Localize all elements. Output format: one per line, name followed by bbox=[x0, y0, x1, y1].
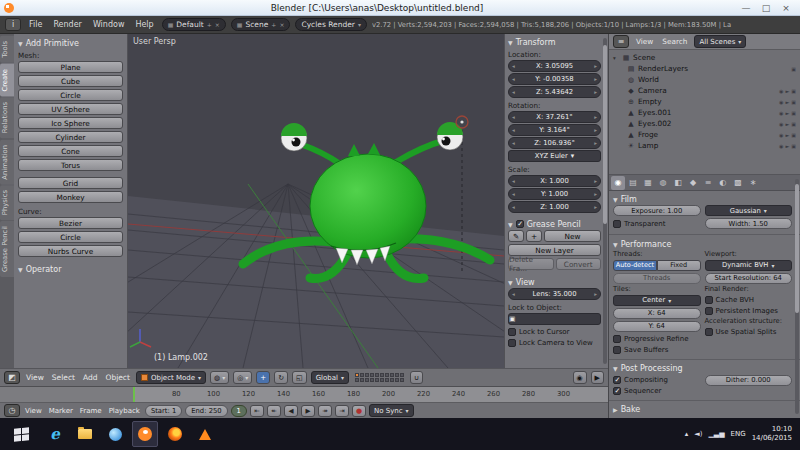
transform-orientation-select[interactable]: Global ▾ bbox=[311, 371, 349, 384]
panel-header-operator[interactable]: ▼ Operator bbox=[18, 263, 123, 275]
rotation-y-field[interactable]: ◂Y: 3.164°▸ bbox=[508, 124, 601, 136]
frame-end-field[interactable]: End: 250 bbox=[185, 405, 227, 417]
spatial-splits-checkbox[interactable]: Use Spatial Splits bbox=[705, 326, 793, 337]
visibility-eye-icon[interactable]: ◉ bbox=[779, 110, 783, 116]
increment-icon[interactable]: ▸ bbox=[594, 178, 597, 184]
editor-type-timeline-icon[interactable]: ◷ bbox=[4, 404, 20, 417]
start-resolution-field[interactable]: Start Resolution: 64 bbox=[705, 273, 793, 284]
rotation-mode-select[interactable]: XYZ Euler▾ bbox=[508, 150, 601, 162]
outliner-filter-select[interactable]: All Scenes ▾ bbox=[694, 35, 746, 48]
play-reverse-button[interactable]: ◀ bbox=[284, 405, 298, 417]
menu-window[interactable]: Window bbox=[90, 19, 128, 30]
tile-order-select[interactable]: Center▾ bbox=[613, 295, 701, 306]
timeline-menu-playback[interactable]: Playback bbox=[107, 407, 142, 415]
render-icon[interactable]: ▣ bbox=[791, 66, 796, 72]
transparent-checkbox[interactable]: Transparent bbox=[613, 218, 701, 229]
add-bezier-button[interactable]: Bezier bbox=[18, 217, 123, 229]
increment-icon[interactable]: ▸ bbox=[594, 63, 597, 69]
render-visibility-icon[interactable]: ▣ bbox=[791, 121, 796, 127]
tile-x-field[interactable]: X: 64 bbox=[613, 308, 701, 319]
tab-world[interactable]: ◍ bbox=[656, 176, 670, 190]
viewport-shading-select[interactable]: ◍▾ bbox=[210, 371, 229, 384]
selectability-icon[interactable]: ► bbox=[785, 88, 789, 94]
increment-icon[interactable]: ▸ bbox=[594, 191, 597, 197]
add-torus-button[interactable]: Torus bbox=[18, 159, 123, 171]
panel-header-add-primitive[interactable]: ▼ Add Primitive bbox=[18, 37, 123, 49]
add-ico-sphere-button[interactable]: Ico Sphere bbox=[18, 117, 123, 129]
viewport-bvh-select[interactable]: Dynamic BVH▾ bbox=[705, 260, 793, 271]
timeline-ruler[interactable]: 80 100 120 140 160 180 200 220 240 260 2… bbox=[0, 387, 608, 403]
outliner-row-eyes-002[interactable]: ▲ Eyes.002 ◉►▣ bbox=[613, 118, 796, 129]
increment-icon[interactable]: ▸ bbox=[594, 114, 597, 120]
outliner-row-empty[interactable]: ⊕ Empty ◉►▣ bbox=[613, 96, 796, 107]
selectability-icon[interactable]: ► bbox=[785, 132, 789, 138]
snap-magnet-button[interactable]: ∪ bbox=[410, 371, 423, 384]
increment-icon[interactable]: ▸ bbox=[594, 204, 597, 210]
selectability-icon[interactable]: ► bbox=[785, 143, 789, 149]
viewport-canvas[interactable] bbox=[128, 34, 504, 368]
screen-layout-select[interactable]: ▦ Default + × bbox=[162, 18, 226, 31]
add-plane-button[interactable]: Plane bbox=[18, 61, 123, 73]
increment-icon[interactable]: ▸ bbox=[594, 76, 597, 82]
scale-z-field[interactable]: ◂Z: 1.000▸ bbox=[508, 201, 601, 213]
render-visibility-icon[interactable]: ▣ bbox=[791, 99, 796, 105]
media-player-icon[interactable] bbox=[102, 421, 128, 447]
outliner-menu-search[interactable]: Search bbox=[660, 37, 689, 46]
maximize-button[interactable]: □ bbox=[756, 3, 776, 13]
location-y-field[interactable]: ◂Y: -0.00358▸ bbox=[508, 73, 601, 85]
tab-grease-pencil[interactable]: Grease Pencil bbox=[0, 221, 14, 277]
show-hidden-icons-icon[interactable]: ▴ bbox=[685, 430, 689, 438]
panel-header-view[interactable]: ▼ View bbox=[508, 276, 601, 288]
tab-relations[interactable]: Relations bbox=[0, 97, 14, 138]
tab-create[interactable]: Create bbox=[0, 64, 14, 97]
selectability-icon[interactable]: ► bbox=[785, 121, 789, 127]
scene-select[interactable]: ▦ Scene + × bbox=[231, 18, 291, 31]
convert-button[interactable]: Convert bbox=[556, 258, 602, 270]
add-scene-icon[interactable]: + bbox=[271, 21, 276, 28]
minimize-button[interactable]: — bbox=[736, 3, 756, 13]
menu-render[interactable]: Render bbox=[50, 19, 84, 30]
editor-type-3dview-icon[interactable]: ◩ bbox=[4, 371, 20, 384]
scale-x-field[interactable]: ◂X: 1.000▸ bbox=[508, 175, 601, 187]
manipulator-rotate-button[interactable]: ↻ bbox=[274, 371, 288, 384]
grease-pencil-new-button[interactable]: New bbox=[544, 230, 601, 242]
rotation-x-field[interactable]: ◂X: 37.261°▸ bbox=[508, 111, 601, 123]
close-button[interactable]: × bbox=[776, 3, 796, 13]
clock[interactable]: 10:10 14/06/2015 bbox=[752, 425, 792, 443]
filter-type-select[interactable]: Gaussian▾ bbox=[705, 205, 793, 216]
visibility-eye-icon[interactable]: ◉ bbox=[779, 88, 783, 94]
tab-scene[interactable]: ▦ bbox=[641, 176, 655, 190]
outliner-row-lamp[interactable]: ☀ Lamp ◉►▣ bbox=[613, 140, 796, 151]
increment-icon[interactable]: ▸ bbox=[594, 127, 597, 133]
pivot-point-select[interactable]: ◎▾ bbox=[233, 371, 252, 384]
view3d-menu-select[interactable]: Select bbox=[50, 373, 77, 382]
timeline-menu-view[interactable]: View bbox=[23, 407, 44, 415]
add-nurbs-curve-button[interactable]: Nurbs Curve bbox=[18, 245, 123, 257]
render-engine-select[interactable]: Cycles Render ▾ bbox=[295, 18, 367, 31]
render-visibility-icon[interactable]: ▣ bbox=[791, 88, 796, 94]
increment-icon[interactable]: ▸ bbox=[594, 89, 597, 95]
record-button[interactable]: ● bbox=[352, 405, 366, 417]
panel-header-bake[interactable]: ▶ Bake bbox=[613, 404, 792, 416]
outliner-row-scene[interactable]: ▾ ▦ Scene bbox=[613, 52, 796, 63]
visibility-eye-icon[interactable]: ◉ bbox=[779, 99, 783, 105]
panel-header-film[interactable]: ▼ Film bbox=[613, 193, 792, 205]
viewport-3d[interactable]: User Persp (1) Lamp.002 bbox=[128, 34, 504, 368]
exposure-field[interactable]: Exposure: 1.00 bbox=[613, 205, 701, 216]
add-cylinder-button[interactable]: Cylinder bbox=[18, 131, 123, 143]
view3d-menu-view[interactable]: View bbox=[24, 373, 46, 382]
render-visibility-icon[interactable]: ▣ bbox=[791, 132, 796, 138]
tab-physics[interactable]: Physics bbox=[0, 185, 14, 220]
view3d-menu-add[interactable]: Add bbox=[81, 373, 100, 382]
selectability-icon[interactable]: ► bbox=[785, 99, 789, 105]
visibility-eye-icon[interactable]: ◉ bbox=[779, 121, 783, 127]
lock-to-cursor-checkbox[interactable]: Lock to Cursor bbox=[508, 326, 601, 337]
grease-pencil-draw-button[interactable]: ✎ bbox=[508, 230, 524, 242]
tab-object[interactable]: ◧ bbox=[671, 176, 685, 190]
panel-header-grease-pencil[interactable]: ▼ Grease Pencil bbox=[508, 218, 601, 230]
next-keyframe-button[interactable]: ↠ bbox=[318, 405, 332, 417]
grease-pencil-add-button[interactable]: + bbox=[526, 230, 542, 242]
tab-animation[interactable]: Animation bbox=[0, 140, 14, 185]
tab-tools[interactable]: Tools bbox=[0, 36, 14, 63]
delete-frame-button[interactable]: Delete Fra... bbox=[508, 258, 554, 270]
